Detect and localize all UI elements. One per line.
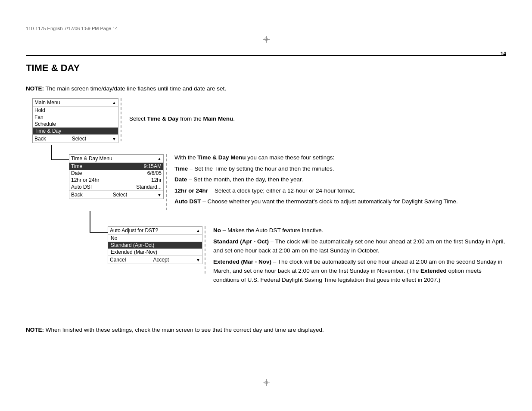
connector1-vert: [51, 145, 52, 160]
crosshair-top: [263, 36, 270, 43]
instruction1: Select Time & Day from the Main Menu.: [129, 115, 235, 122]
screen1-arrow-down: [112, 136, 116, 142]
corner-mark-tl: [11, 11, 19, 19]
note-top-text: The main screen time/day/date line flash…: [44, 85, 226, 92]
screen-dst: Auto Adjust for DST? No Standard (Apr-Oc…: [108, 226, 202, 264]
screen2-row-autodst: Auto DST Standard...: [69, 184, 163, 190]
note-top-label: NOTE:: [26, 85, 44, 92]
note-bottom-label: NOTE:: [26, 327, 44, 333]
dst-no-text: – Makes the Auto DST feature inactive.: [221, 227, 324, 234]
td-intro2: you can make these four settings:: [246, 154, 335, 161]
td-hr-label: 12hr or 24hr: [174, 187, 208, 194]
screen3-item-ext: Extended (Mar-Nov): [108, 249, 202, 255]
screen-main-menu: Main Menu Hold Fan Schedule Time & Day B…: [32, 98, 118, 143]
screen3-title: Auto Adjust for DST?: [110, 227, 158, 234]
screen2-row-time: Time 9:15AM: [69, 163, 163, 170]
dst-ext-label: Extended (Mar - Nov): [213, 258, 271, 265]
screen1-header: Main Menu: [33, 99, 118, 107]
td-dst-label: Auto DST: [174, 198, 201, 205]
instr1-text1: Select: [129, 115, 147, 122]
dst-std-label: Standard (Apr - Oct): [213, 238, 269, 245]
screen2-row-hrformat: 12hr or 24hr 12hr: [69, 177, 163, 184]
td-dst-text: – Choose whether you want the thermostat…: [201, 198, 458, 205]
note-bottom: NOTE: When finished with these settings,…: [26, 327, 506, 333]
screen2-hr-label: 12hr or 24hr: [71, 177, 99, 183]
timeday-time-p: Time – Set the Time by setting the hour …: [174, 164, 506, 174]
screen-timeday: Time & Day Menu Time 9:15AM Date 6/6/05 …: [69, 154, 164, 199]
screen2-time-value: 9:15AM: [144, 163, 162, 169]
timeday-hr-p: 12hr or 24hr – Select a clock type; eith…: [174, 186, 506, 196]
screen2-arrow-up: [157, 156, 162, 162]
corner-mark-tr: [513, 11, 521, 19]
note-bottom-text: When finished with these settings, check…: [44, 327, 324, 333]
dst-no-label: No: [213, 227, 221, 234]
screen1-arrow-up: [112, 100, 116, 106]
dotted-line-1: [121, 98, 121, 141]
screen2-select: Select: [113, 192, 127, 198]
dotted-line-3: [205, 226, 205, 274]
screen1-item-schedule: Schedule: [33, 121, 118, 128]
td-time-text: – Set the Time by setting the hour and t…: [188, 165, 334, 172]
screen2-footer: Back Select: [69, 190, 163, 199]
dst-ext-bold: Extended: [420, 268, 447, 274]
screen3-footer: Cancel Accept: [108, 255, 202, 264]
td-intro: With the: [174, 154, 197, 161]
screen1-select: Select: [72, 136, 86, 142]
td-time-label: Time: [174, 165, 188, 172]
text-block-dst: No – Makes the Auto DST feature inactive…: [213, 226, 506, 287]
note-top: NOTE: The main screen time/day/date line…: [26, 85, 226, 92]
td-date-label: Date: [174, 176, 187, 183]
td-bold-menu: Time & Day Menu: [197, 154, 246, 161]
screen3-arrow-down: [196, 257, 200, 263]
dst-no-p: No – Makes the Auto DST feature inactive…: [213, 226, 506, 235]
screen2-back: Back: [71, 192, 83, 198]
screen2-date-value: 6/6/05: [147, 170, 162, 176]
crosshair-bottom: [263, 379, 270, 386]
screen2-time-label: Time: [71, 163, 82, 169]
screen3-cancel: Cancel: [110, 257, 126, 263]
screen2-dst-value: Standard...: [136, 184, 162, 190]
screen3-header: Auto Adjust for DST?: [108, 227, 202, 235]
instr1-text3: .: [233, 115, 235, 122]
td-hr-text: – Select a clock type; either a 12-hour …: [208, 187, 355, 194]
td-date-text: – Set the month, then the day, then the …: [187, 176, 303, 183]
text-block-timeday: With the Time & Day Menu you can make th…: [174, 153, 506, 208]
connector2-horiz: [90, 232, 110, 233]
instr1-text2: from the: [179, 115, 203, 122]
screen2-dst-label: Auto DST: [71, 184, 93, 190]
timeday-date-p: Date – Set the month, then the day, then…: [174, 175, 506, 184]
screen2-header: Time & Day Menu: [69, 155, 163, 163]
header-meta: 110-1175 English 7/17/06 1:59 PM Page 14: [26, 26, 118, 31]
screen1-back: Back: [34, 136, 46, 142]
screen3-item-std: Standard (Apr-Oct): [108, 242, 202, 249]
timeday-intro-p: With the Time & Day Menu you can make th…: [174, 153, 506, 162]
screen2-row-date: Date 6/6/05: [69, 170, 163, 177]
instr1-bold2: Main Menu: [203, 115, 233, 122]
section-title: TIME & DAY: [26, 62, 80, 74]
instr1-bold1: Time & Day: [147, 115, 178, 122]
corner-mark-br: [513, 392, 521, 400]
dotted-line-2: [166, 154, 167, 210]
screen2-arrow-down: [157, 192, 162, 198]
connector1-horiz: [51, 159, 72, 160]
screen1-item-timeday: Time & Day: [33, 128, 118, 134]
screen2-hr-value: 12hr: [151, 177, 162, 183]
screen1-title: Main Menu: [34, 100, 60, 106]
top-rule: [26, 55, 506, 56]
screen1-item-fan: Fan: [33, 114, 118, 121]
connector2-vert: [90, 211, 90, 233]
screen3-item-no: No: [108, 235, 202, 242]
dst-std-p: Standard (Apr - Oct) – The clock will be…: [213, 237, 506, 255]
screen3-arrow-up: [196, 227, 200, 234]
dst-ext-p: Extended (Mar - Nov) – The clock will be…: [213, 258, 506, 285]
timeday-dst-p: Auto DST – Choose whether you want the t…: [174, 197, 506, 206]
corner-mark-bl: [11, 392, 19, 400]
screen1-footer: Back Select: [33, 134, 118, 143]
screen2-title: Time & Day Menu: [71, 156, 112, 162]
screen2-date-label: Date: [71, 170, 82, 176]
screen1-item-hold: Hold: [33, 107, 118, 114]
screen3-accept: Accept: [153, 257, 169, 263]
